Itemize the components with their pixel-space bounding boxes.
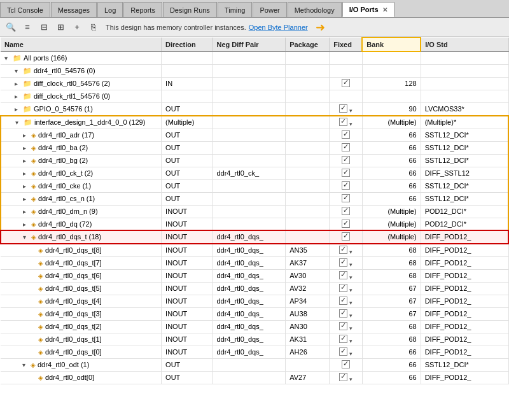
checkbox[interactable] (339, 246, 347, 254)
checkbox[interactable] (339, 118, 347, 126)
expand-all-button[interactable]: ≡ (20, 20, 34, 34)
fixed-cell[interactable]: ▾ (330, 320, 363, 333)
dropdown-arrow-icon[interactable]: ▾ (347, 108, 352, 114)
table-row[interactable]: ◈ddr4_rtl0_dqs_t[7]INOUTddr4_rtl0_dqs_AK… (1, 256, 508, 269)
expand-button[interactable]: ▾ (4, 55, 11, 62)
table-row[interactable]: ▾📁interface_design_1_ddr4_0_0 (129)(Mult… (1, 116, 508, 129)
checkbox[interactable] (342, 181, 350, 190)
dropdown-arrow-icon[interactable]: ▾ (347, 121, 352, 127)
checkbox[interactable] (342, 360, 350, 368)
fixed-cell[interactable]: ▾ (330, 346, 363, 358)
fixed-cell[interactable]: ▾ (330, 371, 363, 384)
expand-button[interactable]: ▸ (15, 106, 21, 113)
table-row[interactable]: ◈ddr4_rtl0_dqs_t[3]INOUTddr4_rtl0_dqs_AU… (1, 307, 508, 320)
fixed-cell[interactable] (330, 90, 363, 102)
dropdown-arrow-icon[interactable]: ▾ (347, 274, 352, 281)
table-row[interactable]: ◈ddr4_rtl0_dqs_t[8]INOUTddr4_rtl0_dqs_AN… (1, 244, 508, 257)
tab-timing[interactable]: Timing (218, 2, 253, 17)
table-row[interactable]: ◈ddr4_rtl0_dqs_t[5]INOUTddr4_rtl0_dqs_AV… (1, 282, 508, 295)
fixed-cell[interactable] (330, 154, 363, 167)
expand-button[interactable]: ▸ (15, 93, 21, 100)
checkbox[interactable] (342, 156, 350, 164)
table-row[interactable]: ◈ddr4_rtl0_dqs_t[4]INOUTddr4_rtl0_dqs_AP… (1, 295, 508, 307)
checkbox[interactable] (339, 335, 347, 343)
table-row[interactable]: ▸◈ddr4_rtl0_bg (2)OUT66SSTL12_DCI* (1, 154, 508, 167)
dropdown-arrow-icon[interactable]: ▾ (347, 262, 352, 268)
checkbox[interactable] (342, 130, 350, 139)
expand-button[interactable]: ▸ (23, 170, 29, 177)
table-row[interactable]: ▾📁All ports (166) (1, 52, 508, 64)
fixed-cell[interactable] (330, 358, 363, 371)
dropdown-arrow-icon[interactable]: ▾ (347, 249, 352, 255)
fit-button[interactable]: ⊞ (53, 20, 67, 34)
checkbox[interactable] (339, 297, 347, 305)
expand-button[interactable]: ▸ (23, 132, 29, 139)
fixed-cell[interactable] (330, 218, 363, 230)
table-row[interactable]: ◈ddr4_rtl0_dqs_t[1]INOUTddr4_rtl0_dqs_AK… (1, 333, 508, 346)
table-row[interactable]: ▸◈ddr4_rtl0_ba (2)OUT66SSTL12_DCI* (1, 141, 508, 154)
tab-methodology[interactable]: Methodology (288, 2, 342, 17)
table-row[interactable]: ▸◈ddr4_rtl0_dq (72)INOUT(Multiple)POD12_… (1, 218, 508, 230)
checkbox[interactable] (342, 143, 350, 151)
checkbox[interactable] (339, 373, 347, 381)
dropdown-arrow-icon[interactable]: ▾ (347, 351, 352, 357)
fixed-cell[interactable]: ▾ (330, 256, 363, 269)
tab-tcl-console[interactable]: Tcl Console (0, 2, 50, 17)
checkbox[interactable] (342, 169, 350, 177)
table-row[interactable]: ▾◈ddr4_rtl0_odt (1)OUT66SSTL12_DCI* (1, 358, 508, 371)
expand-button[interactable]: ▾ (22, 361, 29, 368)
table-row[interactable]: ▸◈ddr4_rtl0_dm_n (9)INOUT(Multiple)POD12… (1, 205, 508, 218)
fixed-cell[interactable]: ▾ (330, 244, 363, 257)
fixed-cell[interactable] (330, 192, 363, 205)
checkbox[interactable] (339, 104, 347, 113)
table-row[interactable]: ▸📁diff_clock_rtl1_54576 (0) (1, 90, 508, 102)
fixed-cell[interactable]: ▾ (330, 295, 363, 307)
fixed-cell[interactable]: ▾ (330, 282, 363, 295)
table-container[interactable]: Name Direction Neg Diff Pair Package Fix… (0, 37, 509, 420)
expand-button[interactable]: ▸ (23, 157, 29, 164)
table-row[interactable]: ◈ddr4_rtl0_odt[0]OUTAV27 ▾66DIFF_POD12_ (1, 371, 508, 384)
expand-button[interactable]: ▸ (23, 144, 29, 151)
fixed-cell[interactable] (330, 77, 363, 90)
expand-button[interactable]: ▸ (23, 195, 29, 202)
add-button[interactable]: + (70, 20, 84, 34)
checkbox[interactable] (342, 232, 350, 241)
copy-button[interactable]: ⎘ (87, 20, 101, 34)
fixed-cell[interactable]: ▾ (330, 116, 363, 129)
fixed-cell[interactable] (330, 141, 363, 154)
table-row[interactable]: ▸📁GPIO_0_54576 (1)OUT ▾90LVCMOS33* (1, 102, 508, 116)
expand-button[interactable]: ▸ (23, 208, 29, 215)
col-header-direction[interactable]: Direction (162, 38, 213, 52)
expand-button[interactable]: ▾ (15, 119, 22, 126)
dropdown-arrow-icon[interactable]: ▾ (347, 325, 352, 332)
checkbox[interactable] (339, 347, 347, 356)
checkbox[interactable] (342, 220, 350, 228)
expand-button[interactable]: ▸ (23, 183, 29, 190)
open-byte-planner-link[interactable]: Open Byte Planner (249, 24, 308, 31)
close-icon[interactable]: ✕ (382, 6, 387, 13)
fixed-cell[interactable] (330, 179, 363, 192)
expand-button[interactable]: ▾ (15, 67, 21, 74)
table-row[interactable]: ◈ddr4_rtl0_dqs_t[6]INOUTddr4_rtl0_dqs_AV… (1, 269, 508, 282)
dropdown-arrow-icon[interactable]: ▾ (347, 300, 352, 306)
table-row[interactable]: ▾📁ddr4_rtl0_54576 (0) (1, 64, 508, 77)
table-row[interactable]: ◈ddr4_rtl0_dqs_t[0]INOUTddr4_rtl0_dqs_AH… (1, 346, 508, 358)
fixed-cell[interactable] (330, 167, 363, 179)
table-row[interactable]: ◈ddr4_rtl0_dqs_t[2]INOUTddr4_rtl0_dqs_AN… (1, 320, 508, 333)
table-row[interactable]: ▾◈ddr4_rtl0_dqs_t (18)INOUTddr4_rtl0_dqs… (1, 230, 508, 244)
tab-messages[interactable]: Messages (51, 2, 97, 17)
checkbox[interactable] (339, 271, 347, 279)
table-row[interactable]: ▸◈ddr4_rtl0_ck_t (2)OUTddr4_rtl0_ck_66DI… (1, 167, 508, 179)
fixed-cell[interactable] (330, 64, 363, 77)
tab-power[interactable]: Power (253, 2, 286, 17)
fixed-cell[interactable]: ▾ (330, 269, 363, 282)
fixed-cell[interactable]: ▾ (330, 307, 363, 320)
fixed-cell[interactable]: ▾ (330, 333, 363, 346)
fixed-cell[interactable] (330, 129, 363, 141)
expand-button[interactable]: ▾ (23, 234, 29, 241)
table-row[interactable]: ▸📁diff_clock_rtl0_54576 (2)IN128 (1, 77, 508, 90)
collapse-all-button[interactable]: ⊟ (37, 20, 51, 34)
tab-io-ports[interactable]: I/O Ports ✕ (342, 2, 394, 17)
checkbox[interactable] (342, 207, 350, 215)
checkbox[interactable] (339, 258, 347, 267)
